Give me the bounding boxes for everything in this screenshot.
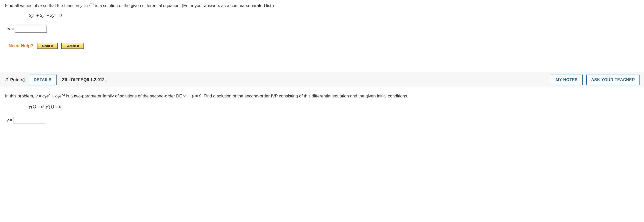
q1-text-mid1: so that the function xyxy=(42,3,80,8)
q2-e2-sup: −x xyxy=(62,93,65,96)
watch-it-button[interactable]: Watch It xyxy=(61,43,84,49)
need-help-label: Need Help? xyxy=(9,43,33,48)
q1-var-m: m xyxy=(38,3,42,8)
read-it-button[interactable]: Read It xyxy=(37,43,58,49)
q1-equation: 2y'' + 3y' − 2y = 0 xyxy=(29,13,639,18)
q2-family-pre: y = c xyxy=(35,94,44,98)
q2-text-mid2: . Find a solution of the second-order IV… xyxy=(201,94,408,98)
q1-func-eq: y = e xyxy=(80,3,90,8)
my-notes-button[interactable]: MY NOTES xyxy=(551,75,583,85)
q2-initial-conditions: y(1) = 0, y'(1) = e xyxy=(29,104,639,109)
q1-answer-label: m = xyxy=(7,27,15,31)
q2-answer-input[interactable] xyxy=(14,117,45,124)
q2-text-pre: In this problem, xyxy=(5,94,35,98)
question-2-prompt: In this problem, y = c1ex + c2e−x is a t… xyxy=(5,92,639,100)
q2-e1: e xyxy=(46,94,49,98)
points-label: -/1 Points] xyxy=(4,77,25,82)
q1-answer-input[interactable] xyxy=(15,26,47,33)
question-2-body: In this problem, y = c1ex + c2e−x is a t… xyxy=(0,88,644,136)
question-1-prompt: Find all values of m so that the functio… xyxy=(5,2,639,9)
q2-answer-row: y = xyxy=(7,117,639,124)
problem-code: ZILLDIFFEQ9 1.2.012. xyxy=(62,77,106,82)
question-1-block: Find all values of m so that the functio… xyxy=(0,0,644,54)
q2-text-mid1: is a two-parameter family of solutions o… xyxy=(65,94,183,98)
question-2-header: -/1 Points] DETAILS ZILLDIFFEQ9 1.2.012.… xyxy=(0,72,644,88)
q2-e2: e xyxy=(59,94,61,98)
q1-text-mid2: is a solution of the given differential … xyxy=(94,3,274,8)
need-help-row: Need Help? Read It Watch It xyxy=(9,43,639,49)
q1-answer-row: m = xyxy=(7,26,639,33)
q2-answer-label: y = xyxy=(7,118,14,123)
q1-func-sup: mx xyxy=(90,2,94,6)
ask-your-teacher-button[interactable]: ASK YOUR TEACHER xyxy=(586,75,640,85)
details-button[interactable]: DETAILS xyxy=(29,75,57,85)
q1-text-pre: Find all values of xyxy=(5,3,38,8)
q2-de: y'' − y = 0 xyxy=(183,94,201,98)
q2-plus: + c xyxy=(50,94,57,98)
spacer xyxy=(0,54,644,72)
